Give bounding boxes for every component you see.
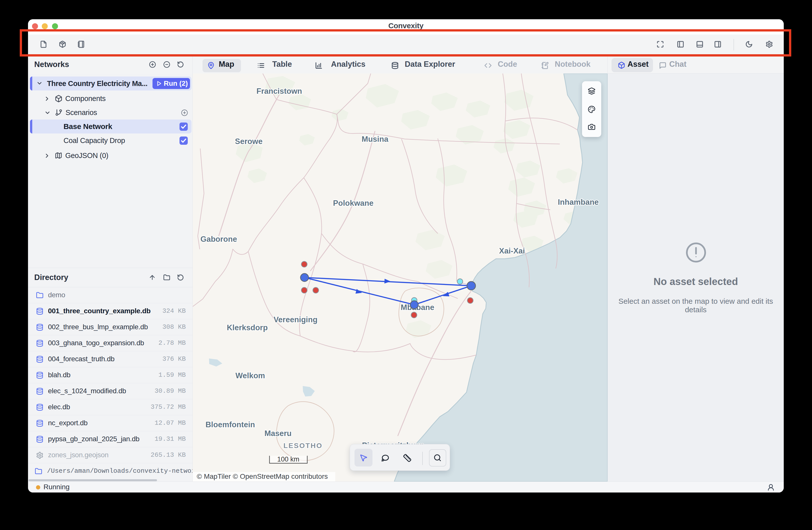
svg-text:LESOTHO: LESOTHO	[284, 442, 322, 449]
svg-text:Serowe: Serowe	[235, 137, 262, 146]
svg-text:Maseru: Maseru	[264, 429, 292, 438]
svg-text:Klerksdorp: Klerksdorp	[227, 323, 268, 332]
svg-text:Vereeniging: Vereeniging	[274, 315, 318, 324]
svg-text:Inhambane: Inhambane	[558, 198, 599, 206]
svg-text:Xai-Xai: Xai-Xai	[499, 246, 525, 255]
svg-text:Francistown: Francistown	[257, 87, 302, 96]
svg-text:Welkom: Welkom	[235, 371, 265, 380]
svg-text:Polokwane: Polokwane	[333, 199, 374, 207]
svg-text:Gaborone: Gaborone	[201, 235, 237, 244]
svg-text:Musina: Musina	[362, 135, 389, 143]
svg-text:© MapTiler © OpenStreetMap con: © MapTiler © OpenStreetMap contributors	[197, 473, 328, 480]
svg-text:Bloemfontein: Bloemfontein	[205, 420, 255, 429]
svg-text:100 km: 100 km	[277, 456, 300, 463]
